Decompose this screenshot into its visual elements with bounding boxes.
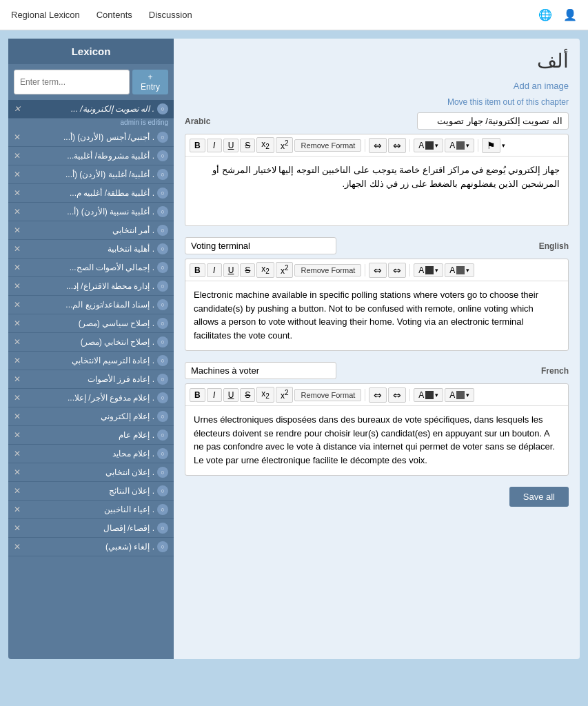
- italic-button-en[interactable]: I: [207, 263, 222, 277]
- font-color-button-en[interactable]: A ▾: [414, 263, 443, 277]
- circle-button[interactable]: ○: [157, 299, 168, 310]
- remove-icon[interactable]: ✕: [14, 104, 21, 114]
- align-left-button[interactable]: ⇔: [369, 138, 387, 153]
- circle-button[interactable]: ○: [157, 541, 168, 552]
- list-item[interactable]: ✕ . إعلام عام ○: [8, 426, 174, 445]
- remove-icon[interactable]: ✕: [14, 449, 21, 458]
- bold-button[interactable]: B: [190, 139, 205, 152]
- list-item[interactable]: ✕ . إعلان انتخابي ○: [8, 463, 174, 482]
- circle-button[interactable]: ○: [157, 355, 168, 366]
- italic-button-fr[interactable]: I: [207, 388, 222, 402]
- flag-dropdown[interactable]: ▾: [502, 142, 505, 149]
- remove-format-button[interactable]: Remove Format: [294, 139, 361, 152]
- remove-icon[interactable]: ✕: [14, 207, 21, 216]
- subscript-button[interactable]: x2: [256, 137, 274, 152]
- list-item[interactable]: ✕ . إسناد المقاعد/توزيع الم... ○: [8, 296, 174, 314]
- circle-button[interactable]: ○: [157, 504, 168, 515]
- circle-button[interactable]: ○: [157, 243, 168, 254]
- remove-icon[interactable]: ✕: [14, 356, 21, 365]
- english-editor-content[interactable]: Electronic machine available in specific…: [185, 281, 568, 350]
- list-item[interactable]: ✕ . إصلاح انتخابي (مصر) ○: [8, 333, 174, 352]
- remove-icon[interactable]: ✕: [14, 244, 21, 254]
- remove-icon[interactable]: ✕: [14, 393, 21, 403]
- align-right-button[interactable]: ⇔: [388, 138, 406, 153]
- superscript-button-en[interactable]: x2: [276, 262, 294, 278]
- list-item[interactable]: ✕ . إدارة محطة الاقتراع/ إد... ○: [8, 277, 174, 296]
- list-item[interactable]: ✕ . أغلبية مشروطة/ أغلبية... ○: [8, 147, 174, 165]
- list-item[interactable]: ✕ . إجمالي الأصوات الصح... ○: [8, 259, 174, 277]
- nav-link-discussion[interactable]: Discussion: [149, 10, 192, 20]
- remove-icon[interactable]: ✕: [14, 542, 21, 552]
- search-input[interactable]: [14, 70, 130, 94]
- remove-icon[interactable]: ✕: [14, 412, 21, 421]
- remove-icon[interactable]: ✕: [14, 505, 21, 514]
- circle-button[interactable]: ○: [157, 430, 168, 441]
- remove-icon[interactable]: ✕: [14, 225, 21, 235]
- font-color-button[interactable]: A ▾: [414, 139, 443, 152]
- remove-icon[interactable]: ✕: [14, 170, 21, 179]
- remove-icon[interactable]: ✕: [14, 263, 21, 272]
- remove-icon[interactable]: ✕: [14, 374, 21, 384]
- circle-button[interactable]: ○: [157, 467, 168, 478]
- subscript-button-fr[interactable]: x2: [256, 387, 274, 402]
- strikethrough-button-en[interactable]: S: [240, 263, 255, 277]
- list-item[interactable]: ✕ . إعلام إلكتروني ○: [8, 407, 174, 426]
- circle-button[interactable]: ○: [157, 448, 168, 459]
- remove-format-button-en[interactable]: Remove Format: [294, 264, 361, 276]
- align-left-button-fr[interactable]: ⇔: [369, 387, 387, 403]
- move-item-link[interactable]: Move this item out of this chapter: [447, 97, 569, 107]
- remove-icon[interactable]: ✕: [14, 467, 21, 477]
- circle-button[interactable]: ○: [157, 262, 168, 273]
- remove-icon[interactable]: ✕: [14, 188, 21, 198]
- underline-button-en[interactable]: U: [223, 263, 239, 277]
- bg-color-button-en[interactable]: A ▾: [445, 263, 474, 277]
- circle-button[interactable]: ○: [157, 188, 168, 199]
- list-item[interactable]: ✕ . إعلان النتائج ○: [8, 482, 174, 501]
- remove-icon[interactable]: ✕: [14, 486, 21, 496]
- circle-button[interactable]: ○: [157, 411, 168, 422]
- remove-icon[interactable]: ✕: [14, 300, 21, 310]
- user-icon[interactable]: 👤: [563, 8, 577, 21]
- list-item[interactable]: ✕ . أغلبية مطلقة/ أغلبيه م... ○: [8, 184, 174, 203]
- circle-button[interactable]: ○: [157, 374, 168, 385]
- superscript-button-fr[interactable]: x2: [276, 387, 294, 403]
- underline-button[interactable]: U: [223, 139, 239, 152]
- subscript-button-en[interactable]: x2: [256, 262, 274, 277]
- sidebar-item-active[interactable]: ✕ . اله تصويت إلكترونية/ ... ○: [8, 100, 174, 119]
- align-right-button-fr[interactable]: ⇔: [388, 387, 406, 403]
- remove-icon[interactable]: ✕: [14, 430, 21, 440]
- circle-button[interactable]: ○: [157, 485, 168, 496]
- remove-icon[interactable]: ✕: [14, 132, 21, 142]
- circle-button[interactable]: ○: [157, 392, 168, 403]
- remove-icon[interactable]: ✕: [14, 151, 21, 161]
- remove-format-button-fr[interactable]: Remove Format: [294, 389, 361, 401]
- circle-button[interactable]: ○: [157, 206, 168, 217]
- french-editor-content[interactable]: Urnes électroniques disposées dans des b…: [185, 406, 568, 475]
- remove-icon[interactable]: ✕: [14, 337, 21, 347]
- bold-button-en[interactable]: B: [190, 263, 205, 277]
- circle-button[interactable]: ○: [157, 132, 168, 143]
- remove-icon[interactable]: ✕: [14, 281, 21, 291]
- align-right-button-en[interactable]: ⇔: [388, 263, 406, 278]
- underline-button-fr[interactable]: U: [223, 388, 239, 402]
- list-item[interactable]: ✕ . إعياء الناخبين ○: [8, 501, 174, 519]
- italic-button[interactable]: I: [207, 139, 222, 152]
- bg-color-button[interactable]: A ▾: [445, 139, 474, 152]
- add-entry-button[interactable]: + Entry: [132, 70, 168, 94]
- circle-button[interactable]: ○: [157, 225, 168, 236]
- list-item[interactable]: ✕ . إلغاء (شعبي) ○: [8, 538, 174, 556]
- list-item[interactable]: ✕ . إعادة فرز الأصوات ○: [8, 370, 174, 389]
- flag-button[interactable]: ⚑: [482, 138, 500, 153]
- circle-button[interactable]: ○: [157, 103, 168, 114]
- list-item[interactable]: ✕ . إقصاء/ إقصال ○: [8, 519, 174, 538]
- french-term-input[interactable]: [185, 362, 336, 379]
- list-item[interactable]: ✕ . إصلاح سياسي (مصر) ○: [8, 314, 174, 333]
- circle-button[interactable]: ○: [157, 318, 168, 329]
- list-item[interactable]: ✕ . إعادة الترسيم الانتخابي ○: [8, 352, 174, 370]
- globe-icon[interactable]: 🌐: [538, 8, 552, 21]
- nav-link-regional-lexicon[interactable]: Regional Lexicon: [11, 10, 80, 20]
- remove-icon[interactable]: ✕: [14, 319, 21, 328]
- add-image-link[interactable]: Add an image: [514, 81, 569, 91]
- circle-button[interactable]: ○: [157, 336, 168, 347]
- align-left-button-en[interactable]: ⇔: [369, 263, 387, 278]
